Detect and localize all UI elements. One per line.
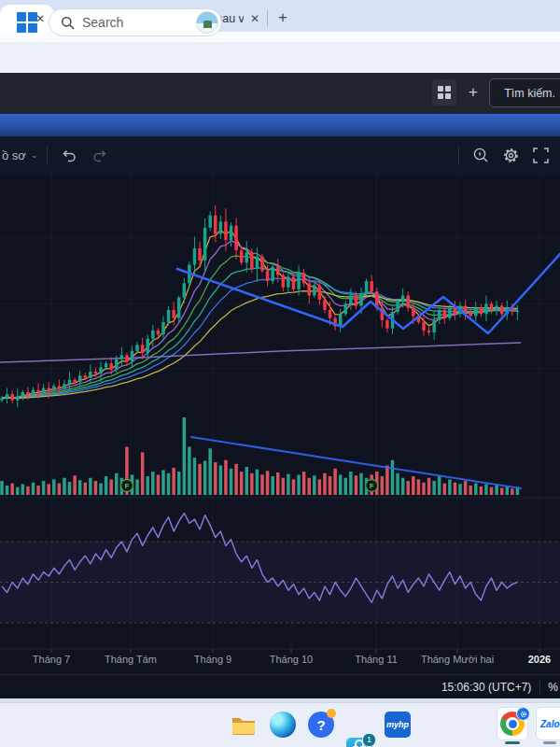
layout-grid-button[interactable] xyxy=(432,79,456,106)
svg-text:Tháng 10: Tháng 10 xyxy=(270,654,313,665)
clock-utc[interactable]: 15:06:30 (UTC+7) xyxy=(441,681,531,694)
svg-text:Tháng Mười hai: Tháng Mười hai xyxy=(421,654,494,665)
app-toolbar: + Tìm kiếm. xyxy=(0,73,560,114)
blue-banner xyxy=(0,114,560,136)
svg-text:Tháng 9: Tháng 9 xyxy=(194,654,231,665)
fullscreen-icon xyxy=(533,148,549,163)
svg-text:F: F xyxy=(370,482,374,490)
taskbar-search-label: Search xyxy=(82,15,189,30)
search-icon xyxy=(497,87,498,99)
svg-text:F: F xyxy=(124,482,129,490)
dividend-marker: F xyxy=(120,480,133,492)
search-icon xyxy=(61,16,75,30)
store-badge: 1 xyxy=(362,733,376,747)
settings-button[interactable] xyxy=(498,143,523,167)
toolbar-divider xyxy=(458,146,459,164)
zalo-icon[interactable]: Zalo xyxy=(536,707,560,740)
svg-text:Tháng 11: Tháng 11 xyxy=(355,654,398,665)
profile-menu[interactable]: ồ sơ xyxy=(2,148,26,162)
chrome-running-indicator xyxy=(505,741,520,744)
fullscreen-button[interactable] xyxy=(528,143,553,167)
page-header-strip xyxy=(0,42,560,74)
new-tab-button[interactable]: + xyxy=(273,7,293,28)
search-input[interactable]: Tìm kiếm. xyxy=(489,78,560,107)
chart-canvas[interactable]: FFTháng 7Tháng TámTháng 9Tháng 10Tháng 1… xyxy=(0,174,560,674)
microsoft-store-icon[interactable]: 1 xyxy=(346,738,372,747)
price-chart[interactable]: FFTháng 7Tháng TámTháng 9Tháng 10Tháng 1… xyxy=(0,174,560,674)
file-explorer-icon[interactable] xyxy=(231,712,257,738)
undo-button[interactable] xyxy=(57,143,81,167)
chevron-down-icon: ⌄ xyxy=(31,150,38,160)
toolbar-divider xyxy=(47,146,48,164)
percent-scale-button[interactable]: % xyxy=(548,681,558,694)
svg-text:Tháng Tám: Tháng Tám xyxy=(105,654,157,665)
grid-icon xyxy=(438,86,451,99)
weather-thumbnail xyxy=(196,11,218,34)
undo-icon xyxy=(62,148,77,162)
svg-text:Tháng 7: Tháng 7 xyxy=(33,654,70,665)
redo-button[interactable] xyxy=(87,143,111,167)
help-icon[interactable]: ? xyxy=(308,712,334,738)
taskbar-search[interactable]: Search xyxy=(49,8,222,36)
gear-icon xyxy=(502,147,520,164)
chrome-gear-badge xyxy=(516,707,530,721)
magnifier-bolt-icon xyxy=(472,147,490,164)
svg-text:2026: 2026 xyxy=(528,654,551,665)
myhp-icon[interactable]: myhp xyxy=(385,712,411,738)
close-icon[interactable]: ✕ xyxy=(250,13,259,24)
dividend-marker: F xyxy=(366,480,378,492)
search-placeholder: Tìm kiếm. xyxy=(504,87,555,100)
quick-search-button[interactable] xyxy=(469,143,493,167)
chart-status-bar: 15:06:30 (UTC+7) % xyxy=(0,674,560,699)
zalo-running-indicator xyxy=(543,741,556,744)
windows-start-button[interactable] xyxy=(17,12,37,33)
chart-header: ồ sơ ⌄ xyxy=(0,136,560,174)
edge-icon[interactable] xyxy=(270,712,296,738)
status-divider xyxy=(539,681,540,695)
add-button[interactable]: + xyxy=(461,79,485,106)
tab-separator xyxy=(267,10,268,26)
redo-icon xyxy=(91,148,107,162)
